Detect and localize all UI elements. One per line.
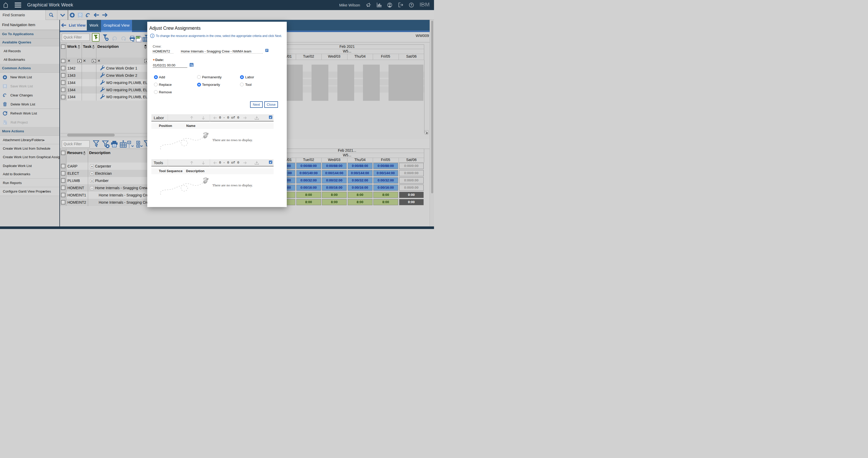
svg-text:?: ? [410,3,412,7]
svg-text:XLS: XLS [136,36,140,39]
svg-text:i: i [152,34,153,37]
